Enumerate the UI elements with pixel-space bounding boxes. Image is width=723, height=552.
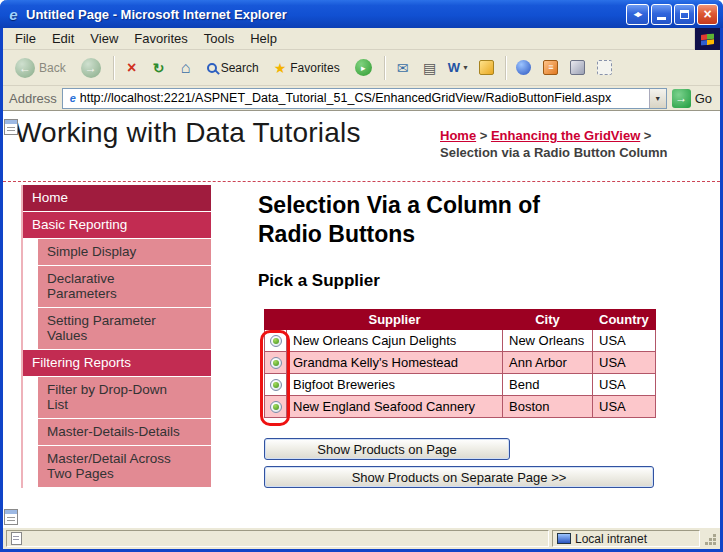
country-cell: USA [593,330,656,352]
breadcrumb-home-link[interactable]: Home [440,128,476,143]
refresh-button[interactable]: ↻ [147,55,171,81]
home-button[interactable]: ⌂ [174,55,198,81]
word-icon: W [448,60,460,75]
windows-flag-icon [701,33,714,45]
supplier-radio[interactable] [270,335,282,347]
folders-button[interactable]: ≡ [539,55,563,81]
menu-edit[interactable]: Edit [44,28,82,49]
city-column-header: City [503,310,593,330]
window-arrows-button[interactable]: ◂▸ [626,4,649,25]
edit-icon [479,60,494,75]
breadcrumb: Home > Enhancing the GridView > Selectio… [440,127,692,161]
windows-logo-throbber [694,28,720,50]
sidebar-item-setting-parameter-values[interactable]: Setting Parameter Values [38,308,211,349]
country-cell: USA [593,396,656,418]
title-bar[interactable]: e Untitled Page - Microsoft Internet Exp… [0,0,723,28]
edit-button[interactable] [475,55,499,81]
messenger-button[interactable] [512,55,536,81]
resize-grip[interactable] [703,532,717,546]
globe-icon [516,60,531,75]
ie-logo-icon: e [5,6,22,23]
grid-icon [597,60,612,75]
search-icon [207,63,217,73]
forward-button[interactable]: → [75,55,107,81]
menu-tools[interactable]: Tools [196,28,242,49]
supplier-radio[interactable] [270,357,282,369]
sidebar-item-simple-display[interactable]: Simple Display [38,239,211,265]
folders-icon: ≡ [543,60,558,75]
show-products-separate-page-button[interactable]: Show Products on Separate Page >> [264,466,654,488]
maximize-button[interactable] [674,4,695,25]
table-row: New England Seafood Cannery Boston USA [265,396,656,418]
page-icon: e [66,92,80,104]
menu-bar: File Edit View Favorites Tools Help [3,28,720,50]
address-bar: Address e ▼ → Go [3,86,720,111]
header-separator [3,181,720,182]
browser-toolbar: ← Back → × ↻ ⌂ Search ★ Favorites ▸ ✉ ▤ … [3,50,720,86]
supplier-radio[interactable] [270,401,282,413]
stop-button[interactable]: × [120,55,144,81]
supplier-radio[interactable] [270,379,282,391]
address-input[interactable] [80,90,649,107]
print-button[interactable]: ▤ [418,55,442,81]
window-title: Untitled Page - Microsoft Internet Explo… [26,7,626,22]
toolbar-divider [384,56,385,80]
breadcrumb-section-link[interactable]: Enhancing the GridView [491,128,640,143]
research-button[interactable] [566,55,590,81]
menu-favorites[interactable]: Favorites [126,28,195,49]
supplier-column-header: Supplier [287,310,503,330]
status-main-panel [6,530,549,547]
supplier-cell: Grandma Kelly's Homestead [287,352,503,374]
menu-view[interactable]: View [82,28,126,49]
sidebar-item-master-detail-two-pages[interactable]: Master/Detail Across Two Pages [38,446,211,487]
close-button[interactable]: × [697,4,718,25]
back-label: Back [39,61,66,75]
sidebar-item-filtering-reports[interactable]: Filtering Reports [23,350,211,376]
search-label: Search [221,61,259,75]
favorites-button[interactable]: ★ Favorites [268,57,346,79]
city-cell: New Orleans [503,330,593,352]
pick-supplier-heading: Pick a Supplier [258,271,698,291]
site-title: Working with Data Tutorials [15,117,361,149]
go-button[interactable]: → Go [672,89,714,108]
menu-help[interactable]: Help [242,28,285,49]
city-cell: Bend [503,374,593,396]
sidebar-item-declarative-parameters[interactable]: Declarative Parameters [38,266,211,307]
country-column-header: Country [593,310,656,330]
go-label: Go [695,91,712,106]
minimize-button[interactable] [651,4,672,25]
grid-header-row: Supplier City Country [265,310,656,330]
sidebar-item-basic-reporting[interactable]: Basic Reporting [23,212,211,238]
mail-button[interactable]: ✉ [391,55,415,81]
sidebar-item-master-details-details[interactable]: Master-Details-Details [38,419,211,445]
sidebar-nav: Home Basic Reporting Simple Display Decl… [21,185,211,488]
edit-with-word-button[interactable]: W ▼ [445,57,472,78]
sidebar-item-home[interactable]: Home [23,185,211,211]
city-cell: Ann Arbor [503,352,593,374]
intranet-zone-icon [557,533,571,544]
suppliers-grid-wrap: Supplier City Country New Orleans Cajun … [264,309,656,418]
toolbar-divider [505,56,506,80]
status-page-icon [11,532,22,545]
word-dropdown-icon: ▼ [462,64,469,71]
supplier-cell: New England Seafood Cannery [287,396,503,418]
main-content: Selection Via a Column of Radio Buttons … [258,191,698,488]
page-edge-icon-bottom [4,509,18,525]
sidebar-item-filter-by-dropdown-list[interactable]: Filter by Drop-Down List [38,377,211,418]
menu-file[interactable]: File [7,28,44,49]
search-button[interactable]: Search [201,58,265,78]
status-zone-panel: Local intranet [552,530,700,547]
address-dropdown-button[interactable]: ▼ [649,89,666,108]
back-button[interactable]: ← Back [9,55,72,81]
back-icon: ← [15,58,35,78]
show-products-on-page-button[interactable]: Show Products on Page [264,438,510,460]
toolbar-options-button[interactable] [593,55,617,81]
favorites-label: Favorites [290,61,339,75]
media-icon: ▸ [355,59,372,76]
breadcrumb-current: Selection via a Radio Button Column [440,145,668,160]
maximize-icon [680,10,689,19]
action-buttons: Show Products on Page Show Products on S… [264,438,698,488]
media-button[interactable]: ▸ [349,56,378,79]
zone-label: Local intranet [575,532,647,546]
favorites-star-icon: ★ [274,60,287,76]
